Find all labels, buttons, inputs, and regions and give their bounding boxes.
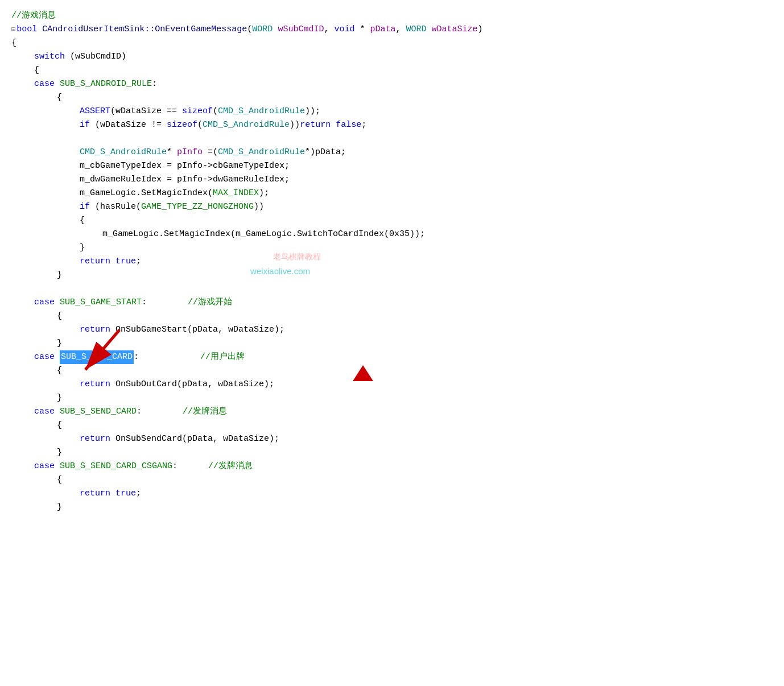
line-case1: case SUB_S_ANDROID_RULE : bbox=[34, 77, 773, 91]
case4-colon: : bbox=[137, 405, 142, 419]
case2-keyword: case bbox=[34, 296, 55, 309]
line-case1-close: } bbox=[57, 268, 773, 282]
param-ptr: * bbox=[354, 23, 370, 36]
return-kw5: return bbox=[80, 432, 110, 446]
case2-comment: //游戏开始 bbox=[188, 296, 232, 309]
param-name2: pData bbox=[370, 23, 395, 36]
if2-space: (hasRule( bbox=[90, 200, 141, 214]
if2-close: )) bbox=[254, 200, 264, 214]
case3-colon: : bbox=[134, 350, 139, 364]
line-return-true1: return true ; bbox=[80, 255, 773, 268]
if-kw2: if bbox=[80, 200, 90, 214]
pinfo-ptr: * bbox=[167, 146, 177, 159]
if1-type: CMD_S_AndroidRule bbox=[203, 118, 290, 132]
line-case5-brace: { bbox=[57, 473, 773, 487]
if1-space: (wDataSize != bbox=[90, 118, 167, 132]
mgl2-text: m_GameLogic.SetMagicIndex(m_GameLogic.Sw… bbox=[102, 228, 425, 241]
sizeof-kw2: sizeof bbox=[167, 118, 197, 132]
return-kw2: return bbox=[80, 255, 110, 268]
assert-type-open: ( bbox=[213, 105, 218, 118]
line-case5: case SUB_S_SEND_CARD_CSGANG : //发牌消息 bbox=[34, 460, 773, 473]
case3-space bbox=[55, 350, 60, 364]
comment-game-msg: //游戏消息 bbox=[11, 9, 56, 23]
case4-comment: //发牌消息 bbox=[183, 405, 227, 419]
code-container: //游戏消息 ⊟ bool CAndroidUserItemSink::OnEv… bbox=[0, 0, 784, 686]
return-true2-semi: ; bbox=[136, 487, 141, 501]
line-case2-close: } bbox=[57, 337, 773, 350]
case4-keyword: case bbox=[34, 405, 55, 419]
line-case1-brace: { bbox=[57, 91, 773, 105]
if1-false bbox=[331, 118, 336, 132]
case3-tabs bbox=[139, 350, 200, 364]
line-empty1 bbox=[11, 132, 773, 146]
line-case3-close: } bbox=[57, 391, 773, 405]
param-name1: wSubCmdID bbox=[278, 23, 324, 36]
return-true1-val bbox=[110, 255, 115, 268]
line-if2-brace: { bbox=[80, 214, 773, 228]
comma2: , bbox=[395, 23, 406, 36]
line-case5-close: } bbox=[57, 501, 773, 514]
line-mcb: m_cbGameTypeIdex = pInfo->cbGameTypeIdex… bbox=[80, 159, 773, 173]
line-comment-game-msg: //游戏消息 bbox=[11, 9, 773, 23]
line-if2-brace-close: } bbox=[80, 241, 773, 255]
line-pinfo: CMD_S_AndroidRule * pInfo =( CMD_S_Andro… bbox=[80, 146, 773, 159]
case1-colon: : bbox=[152, 77, 157, 91]
return-gamestart-val: OnSubGameS bbox=[110, 323, 167, 337]
line-return-outcard: return OnSubOutCard(pData, wDataSize); bbox=[80, 378, 773, 391]
case2-tabs bbox=[147, 296, 188, 309]
case4-space bbox=[55, 405, 60, 419]
return-true2-val bbox=[110, 487, 115, 501]
comma1: , bbox=[324, 23, 334, 36]
true-kw2: true bbox=[115, 487, 136, 501]
func-params-close: ) bbox=[478, 23, 483, 36]
line-if1: if (wDataSize != sizeof ( CMD_S_AndroidR… bbox=[80, 118, 773, 132]
if1-close: )) bbox=[290, 118, 300, 132]
func-space bbox=[37, 23, 42, 36]
param-space1 bbox=[273, 23, 278, 36]
mgl-close: ); bbox=[259, 187, 269, 200]
func-name: CAndroidUserItemSink::OnEventGameMessage bbox=[42, 23, 247, 36]
line-func-decl: ⊟ bool CAndroidUserItemSink::OnEventGame… bbox=[11, 23, 773, 36]
case2-colon: : bbox=[142, 296, 147, 309]
line-case4-close: } bbox=[57, 446, 773, 460]
case5-value: SUB_S_SEND_CARD_CSGANG bbox=[60, 460, 172, 473]
return-kw6: return bbox=[80, 487, 110, 501]
line-case3-brace: { bbox=[57, 364, 773, 378]
case1-space bbox=[55, 77, 60, 91]
case4-tabs bbox=[142, 405, 183, 419]
case1-value: SUB_S_ANDROID_RULE bbox=[60, 77, 152, 91]
case2-value: SUB_S_GAME_START bbox=[60, 296, 142, 309]
line-return-true2: return true ; bbox=[80, 487, 773, 501]
func-params-open: ( bbox=[247, 23, 252, 36]
brace-open: { bbox=[11, 36, 16, 50]
assert-type: CMD_S_AndroidRule bbox=[218, 105, 305, 118]
game-type: GAME_TYPE_ZZ_HONGZHONG bbox=[141, 200, 254, 214]
line-empty2 bbox=[11, 282, 773, 296]
return-outcard-val: OnSubOutCard(pData, wDataSize); bbox=[110, 378, 274, 391]
pinfo-cast-close: *)pData; bbox=[305, 146, 346, 159]
max-index: MAX_INDEX bbox=[213, 187, 259, 200]
case3-comment: //用户出牌 bbox=[200, 350, 245, 364]
line-mgl: m_GameLogic.SetMagicIndex( MAX_INDEX ); bbox=[80, 187, 773, 200]
case3-keyword: case bbox=[34, 350, 55, 364]
case5-colon: : bbox=[172, 460, 178, 473]
pinfo-assign: =( bbox=[203, 146, 218, 159]
assert-close: )); bbox=[305, 105, 320, 118]
param-type1: WORD bbox=[252, 23, 273, 36]
if1-type-open: ( bbox=[197, 118, 203, 132]
switch-brace: { bbox=[34, 64, 39, 77]
case3-value-highlight: SUB_S_OUT_CARD bbox=[60, 350, 134, 364]
case5-tabs bbox=[178, 460, 208, 473]
line-brace-open: { bbox=[11, 36, 773, 50]
line-assert: ASSERT (wDataSize == sizeof ( CMD_S_Andr… bbox=[80, 105, 773, 118]
case1-keyword: case bbox=[34, 77, 55, 91]
mdw-text: m_dwGameRuleIdex = pInfo->dwGameRuleIdex… bbox=[80, 173, 290, 187]
sizeof-kw1: sizeof bbox=[182, 105, 213, 118]
line-return-gamestart: return OnSubGameS t art(pData, wDataSize… bbox=[80, 323, 773, 337]
line-case2: case SUB_S_GAME_START : //游戏开始 bbox=[34, 296, 773, 309]
collapse-icon: ⊟ bbox=[11, 24, 15, 35]
strikethrough-t: t bbox=[167, 323, 172, 337]
case5-keyword: case bbox=[34, 460, 55, 473]
case5-space bbox=[55, 460, 60, 473]
return-kw1: return bbox=[300, 118, 331, 132]
